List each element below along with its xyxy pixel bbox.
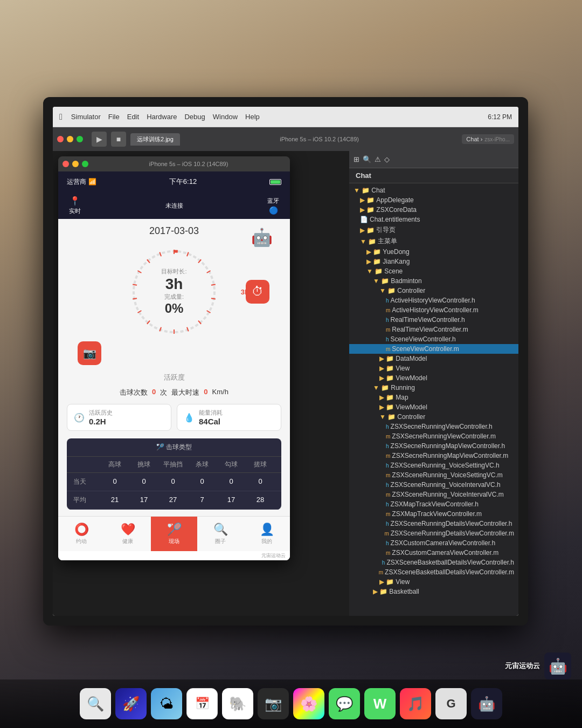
dock-photos[interactable]: 🌸: [293, 688, 324, 719]
tree-item[interactable]: mZSXMapTrackViewController.m: [349, 509, 518, 519]
dock-robot[interactable]: 🤖: [471, 688, 502, 719]
tree-item[interactable]: ▶ 📁ZSXCoreData: [349, 205, 518, 215]
dock-evernote[interactable]: 🐘: [222, 688, 253, 719]
file-m-icon: m: [386, 307, 390, 313]
tree-item[interactable]: ▶ 📁JianKang: [349, 257, 518, 266]
dock-finder[interactable]: 🔍: [80, 688, 111, 719]
tree-item[interactable]: mZSXSceneRunning_VoiceIntervalVC.m: [349, 490, 518, 499]
tree-item[interactable]: ▼ 📁Controller: [349, 412, 518, 422]
folder-icon: ▶ 📁: [373, 588, 387, 595]
nav-item-bluetooth[interactable]: 蓝牙 🔵: [267, 197, 279, 215]
file-m-icon: m: [386, 511, 390, 517]
tree-item[interactable]: ▶ 📁YueDong: [349, 247, 518, 257]
sim-close[interactable]: [63, 161, 69, 167]
tree-item[interactable]: mZSXSecneRunningViewController.m: [349, 431, 518, 441]
tree-item[interactable]: hZSXCustomCameraViewController.h: [349, 538, 518, 548]
menu-debug[interactable]: Debug: [184, 113, 205, 121]
tree-item[interactable]: hActiveHistoryViewController.h: [349, 296, 518, 305]
status-bar: 运营商 📶 下午6:12: [58, 171, 290, 192]
dock-music[interactable]: 🎵: [400, 688, 431, 719]
avg-pingchou: 27: [158, 496, 188, 505]
tree-item[interactable]: ▶ 📁DataModel: [349, 354, 518, 363]
tab-quanzi[interactable]: 🔍 圈子: [197, 523, 244, 545]
energy-consumption: 能量消耗 84Cal: [199, 409, 223, 426]
tree-item[interactable]: ▼ 📁Running: [349, 383, 518, 393]
tree-item[interactable]: hZSXSecneRunningViewController.h: [349, 422, 518, 431]
toolbar-grid-icon[interactable]: ⊞: [354, 155, 359, 163]
file-h-icon: h: [386, 317, 389, 323]
toolbar-diamond-icon[interactable]: ◇: [384, 155, 390, 163]
simulator-window: iPhone 5s – iOS 10.2 (14C89) 运营商 📶 下午6:1…: [58, 156, 290, 560]
run-button[interactable]: ▶: [92, 132, 107, 147]
sim-max[interactable]: [82, 161, 88, 167]
dock-messages[interactable]: 💬: [329, 688, 360, 719]
tree-item[interactable]: ▶ 📁Basketball: [349, 587, 518, 596]
toolbar-search-icon[interactable]: 🔍: [363, 155, 371, 163]
tree-item[interactable]: ▶ 📁AppDelegate: [349, 195, 518, 205]
tree-item[interactable]: mZSXSceneRunning_VoiceSettingVC.m: [349, 470, 518, 480]
tab-xianchang[interactable]: 🏸 现场: [151, 517, 197, 551]
menu-edit[interactable]: Edit: [127, 113, 139, 121]
nav-item-connection[interactable]: 未连接: [165, 202, 183, 210]
tree-item[interactable]: ▶ 📁引导页: [349, 224, 518, 236]
tree-item[interactable]: mZSXCustomCameraViewController.m: [349, 548, 518, 558]
tree-item[interactable]: mZSXSceneBasketballDetailsViewController…: [349, 567, 518, 577]
tree-item[interactable]: hZSXSceneRunning_VoiceSettingVC.h: [349, 461, 518, 470]
tree-item[interactable]: ▶ 📁View: [349, 363, 518, 373]
tree-item[interactable]: hSceneViewController.h: [349, 334, 518, 344]
activity-history-label: 活跃历史: [89, 409, 113, 417]
tree-item[interactable]: mActiveHistoryViewController.m: [349, 305, 518, 315]
tree-item[interactable]: ▼ 📁Scene: [349, 266, 518, 276]
menu-simulator[interactable]: Simulator: [71, 113, 101, 121]
tree-item[interactable]: ▶ 📁ViewModel: [349, 402, 518, 412]
tree-item[interactable]: ▶ 📁ViewModel: [349, 373, 518, 383]
minimize-button[interactable]: [67, 136, 73, 142]
dock-calendar[interactable]: 📅: [186, 688, 218, 719]
menu-hardware[interactable]: Hardware: [147, 113, 177, 121]
tree-item[interactable]: ▼ 📁主菜单: [349, 236, 518, 247]
tree-item-label: ZSXSceneRunning_VoiceIntervalVC.h: [391, 481, 501, 489]
tree-item[interactable]: 📄Chat.entitlements: [349, 215, 518, 224]
tree-item[interactable]: mZSXSceneRunningDetailsViewController.m: [349, 528, 518, 538]
avg-gouqiu: 17: [217, 496, 246, 505]
tree-item[interactable]: ▶ 📁Map: [349, 393, 518, 402]
tree-item-label: View: [396, 365, 410, 372]
tree-item[interactable]: mZSXSecneRunningMapViewController.m: [349, 451, 518, 461]
tree-item[interactable]: hZSXSecneRunningMapViewController.h: [349, 441, 518, 451]
nav-item-realtime[interactable]: 📍 实时: [69, 196, 81, 215]
tree-item[interactable]: ▶ 📁View: [349, 577, 518, 587]
menu-window[interactable]: Window: [213, 113, 238, 121]
tree-item[interactable]: hRealTimeViewController.h: [349, 315, 518, 325]
menu-file[interactable]: File: [108, 113, 120, 121]
dock-camera[interactable]: 📷: [258, 688, 289, 719]
row-today-label: 当天: [73, 477, 100, 486]
tree-item[interactable]: hZSXSceneRunning_VoiceIntervalVC.h: [349, 480, 518, 490]
tree-item[interactable]: ▼ 📁Badminton: [349, 276, 518, 286]
chat-badge[interactable]: Chat › zsx-iPho...: [462, 134, 514, 144]
col-tiaoju: 挑球: [129, 460, 158, 469]
sim-min[interactable]: [72, 161, 79, 167]
dock-g[interactable]: G: [435, 688, 467, 719]
dock-weather[interactable]: 🌤: [151, 688, 182, 719]
stop-button[interactable]: ■: [111, 132, 126, 147]
tab-yuedong[interactable]: ⭕ 约动: [58, 523, 105, 545]
maximize-button[interactable]: [77, 136, 83, 142]
close-button[interactable]: [57, 136, 64, 142]
active-tab[interactable]: 远球训练2.jpg: [130, 133, 180, 146]
tree-item[interactable]: mRealTimeViewController.m: [349, 325, 518, 334]
toolbar-warning-icon[interactable]: ⚠: [375, 155, 381, 163]
tree-item[interactable]: ▼ 📁Chat: [349, 186, 518, 195]
tree-item[interactable]: ▼ 📁Controller: [349, 286, 518, 296]
timer-icon-button[interactable]: ⏱: [246, 280, 269, 304]
tree-item[interactable]: hZSXSceneRunningDetailsViewController.h: [349, 519, 518, 528]
dock-wechat[interactable]: W: [364, 688, 396, 719]
tree-item[interactable]: mSceneViewController.m: [349, 344, 518, 354]
tree-item[interactable]: hZSXMapTrackViewController.h: [349, 499, 518, 509]
dock-launchpad[interactable]: 🚀: [115, 688, 147, 719]
tab-jiankang[interactable]: ❤️ 健康: [105, 523, 151, 545]
camera-button[interactable]: 📷: [78, 341, 101, 365]
tab-wode[interactable]: 👤 我的: [244, 523, 290, 545]
menu-time: 6:12 PM: [488, 113, 512, 121]
tree-item[interactable]: hZSXSceneBasketballDetailsViewController…: [349, 558, 518, 567]
menu-help[interactable]: Help: [245, 113, 260, 121]
